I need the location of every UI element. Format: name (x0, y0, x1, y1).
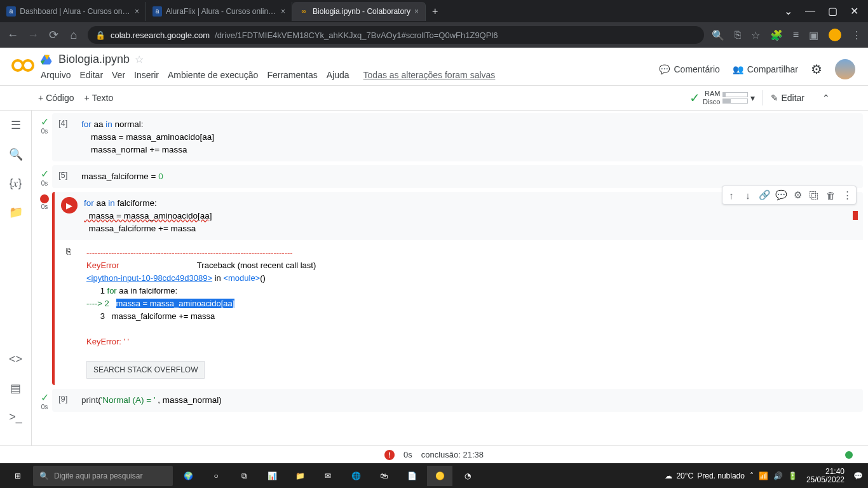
status-bar: ! 0s conclusão: 21:38 (0, 445, 868, 463)
taskbar-search[interactable]: 🔍 Digite aqui para pesquisar (33, 466, 173, 486)
avatar[interactable] (835, 59, 855, 79)
code-cell[interactable]: ✓0s [9] print('Normal (A) = ' , massa_no… (37, 389, 863, 412)
snippets-icon[interactable]: ▤ (10, 381, 21, 395)
terminal-icon[interactable]: >_ (9, 410, 22, 424)
code-content[interactable]: for aa in normal: massa = massa_aminoaci… (81, 118, 857, 156)
error-marker (853, 211, 858, 220)
url-input[interactable]: 🔒 colab.research.google.com/drive/1FDTMI… (88, 26, 704, 44)
code-cell[interactable]: ✓0s [5] massa_falciforme = 0 (37, 165, 863, 188)
minimize-icon[interactable]: — (805, 5, 815, 17)
share-label: Compartilhar (747, 64, 798, 74)
app-store[interactable]: 🛍 (371, 466, 397, 486)
forward-icon[interactable]: → (27, 29, 39, 42)
new-tab-button[interactable]: + (426, 6, 444, 17)
close-icon[interactable]: × (414, 7, 419, 16)
clock-date: 25/05/2022 (806, 476, 844, 484)
wifi-icon[interactable]: 📶 (759, 471, 768, 480)
browser-tab[interactable]: a AluraFlix | Alura - Cursos online d...… (146, 2, 292, 21)
app-powerbi[interactable]: 📊 (259, 466, 285, 486)
comment-icon[interactable]: 💬 (773, 187, 789, 203)
mirror-icon[interactable]: ⿻ (806, 187, 822, 203)
menu-ferramentas[interactable]: Ferramentas (267, 70, 317, 80)
search-icon[interactable]: 🔍 (9, 147, 23, 161)
menu-ambiente[interactable]: Ambiente de execução (168, 70, 258, 80)
menu-arquivo[interactable]: Arquivo (41, 70, 71, 80)
svg-point-0 (13, 60, 23, 71)
panel-icon[interactable]: ▣ (809, 29, 818, 41)
comment-button[interactable]: 💬Comentário (659, 64, 719, 74)
variables-icon[interactable]: {𝑥} (9, 177, 22, 190)
code-content[interactable]: print('Normal (A) = ' , massa_normal) (81, 394, 857, 407)
start-button[interactable]: ⊞ (5, 466, 31, 486)
profile-icon[interactable] (829, 29, 841, 41)
more-icon[interactable]: ⋮ (839, 187, 855, 203)
share-icon[interactable]: ⎘ (735, 29, 741, 41)
reload-icon[interactable]: ⟳ (47, 28, 60, 42)
add-code-button[interactable]: + Código (38, 93, 74, 103)
app-chrome[interactable]: 🟡 (427, 466, 452, 486)
gear-icon[interactable]: ⚙ (790, 187, 805, 203)
search-stackoverflow-button[interactable]: SEARCH STACK OVERFLOW (86, 361, 205, 379)
link-icon[interactable]: 🔗 (757, 187, 772, 203)
code-content[interactable]: massa_falciforme = 0 (81, 170, 857, 183)
edit-button[interactable]: ✎ Editar (771, 93, 804, 103)
extension-icon[interactable]: 🧩 (770, 29, 783, 41)
cortana-icon[interactable]: ○ (203, 466, 229, 486)
toc-icon[interactable]: ☰ (11, 118, 21, 132)
weather-widget[interactable]: ☁ 20°C Pred. nublado (665, 471, 745, 480)
reading-list-icon[interactable]: ≡ (793, 29, 799, 41)
pencil-icon: ✎ (771, 93, 778, 103)
resources-widget[interactable]: ✓ RAMDisco ▾ (689, 90, 756, 106)
app-edge[interactable]: 🌐 (343, 466, 369, 486)
settings-icon[interactable]: ⚙ (811, 62, 822, 77)
volume-icon[interactable]: 🔊 (773, 471, 783, 480)
star-icon[interactable]: ☆ (135, 53, 144, 65)
maximize-icon[interactable]: ▢ (828, 5, 837, 17)
code-cell-active[interactable]: 0s ▶ for aa in falciforme: massa = massa… (37, 192, 863, 385)
menu-inserir[interactable]: Inserir (134, 70, 159, 80)
menu-editar[interactable]: Editar (79, 70, 103, 80)
weather-icon: ☁ (665, 471, 672, 480)
menu-ajuda[interactable]: Ajuda (327, 70, 349, 80)
colab-favicon: ∞ (299, 6, 309, 17)
app-notes[interactable]: 📄 (399, 466, 424, 486)
app-eclipse[interactable]: ◔ (455, 466, 480, 486)
notebook-area[interactable]: ✓0s [4] for aa in normal: massa = massa_… (32, 111, 868, 445)
delete-icon[interactable]: 🗑 (823, 187, 838, 203)
notebook-title[interactable]: Biologia.ipynb (58, 53, 130, 66)
star-icon[interactable]: ☆ (751, 29, 760, 41)
tray-chevron-icon[interactable]: ˄ (750, 471, 754, 480)
code-cell[interactable]: ✓0s [4] for aa in normal: massa = massa_… (37, 113, 863, 161)
menu-icon[interactable]: ⋮ (851, 29, 862, 41)
taskview-icon[interactable]: ⧉ (231, 466, 257, 486)
browser-tab-active[interactable]: ∞ Biologia.ipynb - Colaboratory × (292, 2, 426, 21)
code-icon[interactable]: <> (9, 353, 22, 366)
share-button[interactable]: 👥Compartilhar (733, 64, 798, 74)
close-icon[interactable]: × (135, 7, 139, 16)
files-icon[interactable]: 📁 (9, 205, 23, 219)
app-explorer[interactable]: 📁 (287, 466, 313, 486)
error-badge[interactable]: ! (384, 450, 395, 460)
menu-ver[interactable]: Ver (112, 70, 125, 80)
chevron-down-icon[interactable]: ▾ (750, 93, 755, 103)
close-window-icon[interactable]: ✕ (850, 5, 858, 17)
zoom-icon[interactable]: 🔍 (712, 29, 724, 41)
chevron-down-icon[interactable]: ⌄ (784, 5, 792, 17)
close-icon[interactable]: × (281, 7, 285, 16)
output-toggle-icon[interactable]: ⎘ (66, 247, 71, 256)
collapse-icon[interactable]: ⌃ (822, 93, 830, 103)
notifications-icon[interactable]: 💬 (853, 471, 863, 480)
home-icon[interactable]: ⌂ (67, 29, 80, 42)
clock[interactable]: 21:40 25/05/2022 (803, 468, 848, 484)
move-down-icon[interactable]: ↓ (740, 187, 756, 203)
add-text-button[interactable]: + Texto (85, 93, 114, 103)
run-button[interactable]: ▶ (61, 197, 78, 214)
back-icon[interactable]: ← (6, 29, 19, 42)
app-mail[interactable]: ✉ (315, 466, 341, 486)
colab-logo (10, 53, 36, 78)
traceback-link[interactable]: <ipython-input-10-98cdc49d3089> (86, 273, 212, 283)
browser-tab[interactable]: a Dashboard | Alura - Cursos onlin... × (0, 2, 146, 21)
battery-icon[interactable]: 🔋 (788, 471, 797, 480)
move-up-icon[interactable]: ↑ (724, 187, 739, 203)
exec-count: [9] (58, 394, 81, 407)
